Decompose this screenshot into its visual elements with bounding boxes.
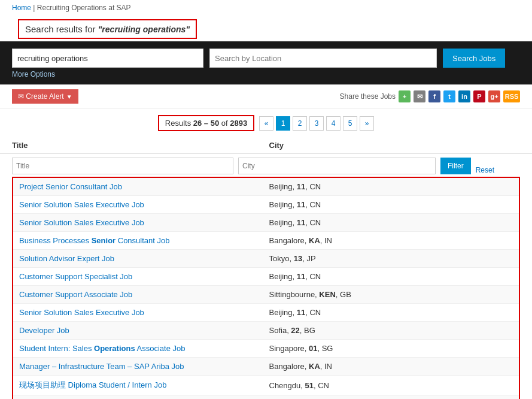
pagination-page-4[interactable]: 4 [326, 116, 341, 131]
share-plus-icon[interactable]: + [399, 90, 411, 102]
results-badge: Results 26 – 50 of 2893 [158, 115, 254, 131]
pagination-row: Results 26 – 50 of 2893 « 1 2 3 4 5 » [0, 109, 532, 137]
job-title-link[interactable]: Senior Solution Sales Executive Job [19, 200, 269, 209]
pagination-page-5[interactable]: 5 [343, 116, 357, 131]
breadcrumb-current: Recruiting Operations at SAP [37, 4, 131, 12]
search-results-prefix: Search results for [25, 24, 98, 34]
share-facebook-icon[interactable]: f [428, 90, 440, 102]
create-alert-label: ✉ Create Alert [18, 92, 64, 101]
job-title-link[interactable]: 现场项目助理 Diploma Student / Intern Job [19, 380, 269, 391]
share-email-icon[interactable]: ✉ [414, 90, 425, 102]
column-title-header: Title [12, 141, 269, 150]
pagination-next[interactable]: » [360, 116, 374, 131]
share-label: Share these Jobs [340, 92, 396, 101]
pagination: « 1 2 3 4 5 » [259, 116, 374, 131]
job-title-link[interactable]: Manager – Infrastructure Team – SAP Arib… [19, 362, 269, 371]
share-twitter-icon[interactable]: t [443, 90, 455, 102]
job-title-link[interactable]: Senior Solution Sales Executive Job [19, 218, 269, 227]
breadcrumb: Home | Recruiting Operations at SAP [0, 0, 532, 16]
job-title-link[interactable]: Student Intern: Sales Operations Associa… [19, 344, 269, 353]
job-title-link[interactable]: Solution Advisor Expert Job [19, 254, 269, 263]
share-pinterest-icon[interactable]: P [473, 90, 485, 102]
job-row: 现场项目助理 Diploma Student / Intern JobCheng… [13, 376, 519, 395]
search-bar-area: Search Jobs More Options [0, 41, 532, 84]
search-results-header: Search results for "recruiting operation… [18, 19, 197, 39]
title-filter-input[interactable] [12, 158, 233, 174]
job-title-link[interactable]: Customer Support Specialist Job [19, 272, 269, 281]
job-row: Project Senior Consultant JobBeijing, 11… [13, 178, 519, 196]
job-location: Beijing, 11, CN [269, 182, 513, 191]
job-row: Developer JobSofia, 22, BG [13, 322, 519, 340]
job-title-link[interactable]: Senior Solution Sales Executive Job [19, 308, 269, 317]
job-row: Senior Solution Sales Executive JobBeiji… [13, 196, 519, 214]
column-city-header: City [269, 141, 521, 150]
filter-button[interactable]: Filter [440, 158, 471, 174]
jobs-table-header: Title City [0, 137, 532, 154]
share-google-icon[interactable]: g+ [488, 90, 500, 102]
job-location: Beijing, 11, CN [269, 308, 513, 317]
job-title-link[interactable]: Business Processes Senior Consultant Job [19, 236, 269, 245]
search-results-query: "recruiting operations" [98, 25, 190, 34]
search-bar-row: Search Jobs [12, 49, 520, 68]
job-location: Beijing, 11, CN [269, 218, 513, 227]
pagination-page-3[interactable]: 3 [309, 116, 324, 131]
share-rss-icon[interactable]: RSS [503, 90, 520, 102]
search-jobs-button[interactable]: Search Jobs [443, 49, 505, 68]
job-row: Solution Advisor Expert JobTokyo, 13, JP [13, 250, 519, 268]
job-row: Customer Support Associate JobSittingbou… [13, 286, 519, 304]
job-location: Bangalore, KA, IN [269, 362, 513, 371]
breadcrumb-home-link[interactable]: Home [12, 4, 31, 12]
job-row: Manager – Infrastructure Team – SAP Arib… [13, 358, 519, 376]
job-location: Chengdu, 51, CN [269, 381, 513, 390]
create-alert-button[interactable]: ✉ Create Alert ▼ [12, 89, 78, 104]
job-row: Senior Solution Sales Executive JobBeiji… [13, 214, 519, 232]
city-filter-input[interactable] [238, 158, 436, 174]
caret-icon: ▼ [66, 93, 72, 100]
share-area: Share these Jobs + ✉ f t in P g+ RSS [340, 90, 520, 102]
job-location: Tokyo, 13, JP [269, 254, 513, 263]
job-location: Sofia, 22, BG [269, 326, 513, 335]
jobs-list: Project Senior Consultant JobBeijing, 11… [12, 177, 520, 399]
search-location-input[interactable] [209, 49, 437, 68]
job-row: Business Processes Senior Consultant Job… [13, 232, 519, 250]
job-row: Senior Solution Sales Executive JobBeiji… [13, 304, 519, 322]
share-linkedin-icon[interactable]: in [458, 90, 470, 102]
job-title-link[interactable]: Project Senior Consultant Job [19, 182, 269, 191]
job-row: Customer Support Specialist JobBeijing, … [13, 268, 519, 286]
more-options-link[interactable]: More Options [12, 70, 55, 78]
job-row: SAP Concur IXp Intern – Business Operati… [13, 395, 519, 399]
job-location: Sittingbourne, KEN, GB [269, 290, 513, 299]
search-keyword-input[interactable] [12, 49, 203, 68]
job-row: Student Intern: Sales Operations Associa… [13, 340, 519, 358]
job-title-link[interactable]: Developer Job [19, 326, 269, 335]
toolbar-row: ✉ Create Alert ▼ Share these Jobs + ✉ f … [0, 84, 532, 109]
job-location: Beijing, 11, CN [269, 272, 513, 281]
job-location: Beijing, 11, CN [269, 200, 513, 209]
pagination-page-1[interactable]: 1 [276, 116, 290, 131]
job-title-link[interactable]: Customer Support Associate Job [19, 290, 269, 299]
pagination-prev[interactable]: « [259, 116, 273, 131]
filter-row: Filter Reset [0, 154, 532, 177]
job-location: Bangalore, KA, IN [269, 236, 513, 245]
reset-link[interactable]: Reset [476, 166, 494, 174]
pagination-page-2[interactable]: 2 [293, 116, 307, 131]
job-location: Singapore, 01, SG [269, 344, 513, 353]
